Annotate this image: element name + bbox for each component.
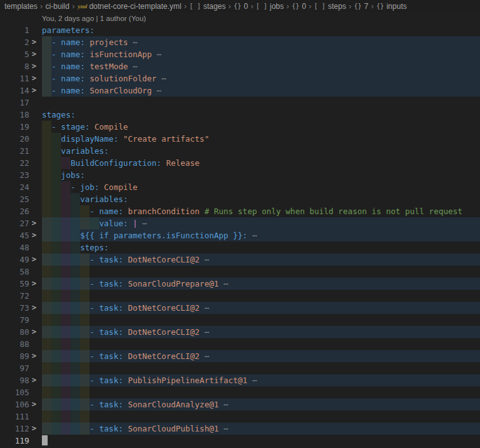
fold-ellipsis[interactable]: ⋯ [138,219,147,228]
code-line-content[interactable] [42,314,480,326]
code-line-88[interactable]: 88 [0,338,480,350]
code-line-content[interactable] [42,266,480,278]
fold-chevron-icon[interactable]: > [29,217,42,229]
breadcrumb-item-step-index[interactable]: {} 7 [354,2,369,11]
code-line-content[interactable]: - name: solutionFolder ⋯ [42,72,480,85]
code-line-content[interactable]: - task: DotNetCoreCLI@2 ⋯ [42,350,480,362]
code-line-25[interactable]: 25 variables: [0,193,480,205]
code-line-content[interactable]: steps: [42,241,480,254]
breadcrumb-item-stages[interactable]: [ ] stages [189,2,225,11]
code-line-26[interactable]: 26 - name: branchCondition # Runs step o… [0,205,480,217]
code-line-content[interactable]: - name: SonarCloudOrg ⋯ [42,85,480,97]
breadcrumb-item-stage-index[interactable]: {} 0 [234,2,248,11]
code-line-content[interactable] [42,362,480,374]
code-line-97[interactable]: 97 [0,362,480,374]
breadcrumb-item-inputs[interactable]: {} inputs [377,2,407,11]
code-line-content[interactable]: - stage: Compile [42,121,480,133]
fold-ellipsis[interactable]: ⋯ [218,424,228,433]
code-line-89[interactable]: 89> - task: DotNetCoreCLI@2 ⋯ [0,350,480,362]
breadcrumb-item-templates[interactable]: templates [4,2,37,11]
code-line-content[interactable]: jobs: [42,169,480,181]
code-line-content[interactable] [42,290,480,302]
code-line-111[interactable]: 111 [0,411,480,423]
code-line-content[interactable]: - task: SonarCloudPublish@1 ⋯ [42,423,480,435]
breadcrumb-item-jobs[interactable]: [ ] jobs [256,2,284,11]
code-line-content[interactable]: - name: isFunctionApp ⋯ [42,48,480,60]
code-line-19[interactable]: 19 - stage: Compile [0,121,480,133]
code-line-79[interactable]: 79 [0,314,480,326]
fold-chevron-icon[interactable]: > [29,398,42,411]
fold-ellipsis[interactable]: ⋯ [128,62,138,71]
breadcrumb-item-ci-build[interactable]: ci-build [45,2,69,11]
code-line-content[interactable]: - name: testMode ⋯ [42,60,480,72]
code-line-72[interactable]: 72 [0,290,480,302]
code-line-1[interactable]: 1parameters: [0,24,480,36]
code-line-content[interactable]: variables: [42,145,480,157]
code-line-119[interactable]: 119 [0,435,480,447]
code-line-content[interactable]: - name: branchCondition # Runs step only… [42,205,480,217]
fold-chevron-icon[interactable]: > [29,72,42,85]
breadcrumb-item-job-index[interactable]: {} 0 [291,2,306,11]
fold-chevron-icon[interactable]: > [29,229,42,241]
code-line-content[interactable] [42,338,480,350]
code-line-content[interactable]: ${{ if parameters.isFunctionApp }}: ⋯ [42,229,480,241]
fold-ellipsis[interactable]: ⋯ [128,37,138,47]
fold-chevron-icon[interactable]: > [29,423,42,435]
breadcrumb-item-file[interactable]: yml dotnet-core-ci-template.yml [77,2,182,11]
code-line-5[interactable]: 5> - name: isFunctionApp ⋯ [0,48,480,60]
fold-ellipsis[interactable]: ⋯ [248,376,257,385]
fold-chevron-icon[interactable]: > [29,85,42,97]
code-line-content[interactable]: - job: Compile [42,181,480,193]
code-line-content[interactable]: variables: [42,193,480,205]
breadcrumb-item-steps[interactable]: [ ] steps [314,2,346,11]
fold-ellipsis[interactable]: ⋯ [199,303,209,313]
code-line-content[interactable]: value: | ⋯ [42,217,480,229]
fold-ellipsis[interactable]: ⋯ [248,231,257,240]
code-line-content[interactable] [42,435,480,447]
code-line-17[interactable]: 17 [0,97,480,109]
code-line-18[interactable]: 18stages: [0,109,480,121]
code-line-106[interactable]: 106> - task: SonarCloudAnalyze@1 ⋯ [0,398,480,411]
code-line-48[interactable]: 48 steps: [0,241,480,254]
fold-ellipsis[interactable]: ⋯ [218,400,228,409]
fold-chevron-icon[interactable]: > [29,254,42,266]
editor[interactable]: 1parameters:2> - name: projects ⋯5> - na… [0,24,480,447]
code-line-24[interactable]: 24 - job: Compile [0,181,480,193]
code-line-11[interactable]: 11> - name: solutionFolder ⋯ [0,72,480,85]
fold-chevron-icon[interactable]: > [29,302,42,314]
code-line-content[interactable]: - task: DotNetCoreCLI@2 ⋯ [42,326,480,338]
code-line-content[interactable] [42,386,480,398]
code-line-59[interactable]: 59> - task: SonarCloudPrepare@1 ⋯ [0,278,480,290]
code-line-content[interactable]: displayName: "Create artifacts" [42,133,480,145]
fold-chevron-icon[interactable]: > [29,278,42,290]
fold-ellipsis[interactable]: ⋯ [199,327,209,337]
code-line-content[interactable] [42,411,480,423]
code-line-content[interactable]: BuildConfiguration: Release [42,157,480,169]
code-line-content[interactable] [42,97,480,109]
gitlens-blame-codelens[interactable]: You, 2 days ago | 1 author (You) [42,15,146,22]
fold-chevron-icon[interactable]: > [29,350,42,362]
code-line-105[interactable]: 105 [0,386,480,398]
code-line-content[interactable]: stages: [42,109,480,121]
code-line-80[interactable]: 80> - task: DotNetCoreCLI@2 ⋯ [0,326,480,338]
fold-ellipsis[interactable]: ⋯ [199,351,209,361]
code-line-2[interactable]: 2> - name: projects ⋯ [0,36,480,48]
fold-chevron-icon[interactable]: > [29,36,42,48]
fold-chevron-icon[interactable]: > [29,374,42,386]
code-line-45[interactable]: 45> ${{ if parameters.isFunctionApp }}: … [0,229,480,241]
code-line-content[interactable]: - task: SonarCloudPrepare@1 ⋯ [42,278,480,290]
code-line-49[interactable]: 49> - task: DotNetCoreCLI@2 ⋯ [0,254,480,266]
code-line-21[interactable]: 21 variables: [0,145,480,157]
code-line-14[interactable]: 14> - name: SonarCloudOrg ⋯ [0,85,480,97]
fold-ellipsis[interactable]: ⋯ [152,50,161,59]
fold-ellipsis[interactable]: ⋯ [199,255,209,264]
fold-ellipsis[interactable]: ⋯ [218,279,228,288]
code-line-112[interactable]: 112> - task: SonarCloudPublish@1 ⋯ [0,423,480,435]
fold-chevron-icon[interactable]: > [29,48,42,60]
code-line-content[interactable]: - task: DotNetCoreCLI@2 ⋯ [42,302,480,314]
code-line-content[interactable]: - task: SonarCloudAnalyze@1 ⋯ [42,398,480,411]
code-line-content[interactable]: - task: PublishPipelineArtifact@1 ⋯ [42,374,480,386]
code-line-23[interactable]: 23 jobs: [0,169,480,181]
code-line-20[interactable]: 20 displayName: "Create artifacts" [0,133,480,145]
fold-chevron-icon[interactable]: > [29,326,42,338]
